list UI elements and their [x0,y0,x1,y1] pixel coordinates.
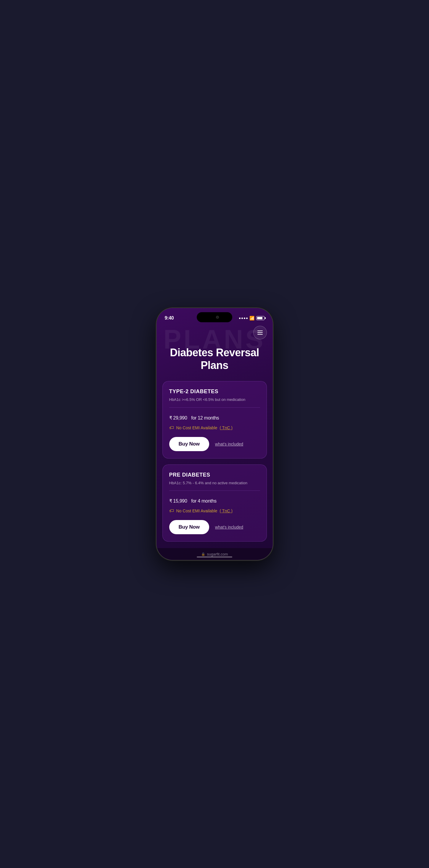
wifi-icon: 📶 [250,316,254,320]
phone-screen: 9:40 📶 PLAN [156,308,273,560]
battery-fill [257,317,263,319]
plan-card-type2: TYPE-2 DIABETES HbA1c >=6.5% OR <6.5% bu… [163,381,267,458]
camera-dot [216,316,219,319]
signal-dot [241,317,243,319]
phone-frame: 9:40 📶 PLAN [156,308,273,560]
plan-price-value-prediabetes: ₹ 15,990 [169,498,187,503]
plan-type-prediabetes: PRE DIABETES [169,472,260,478]
lock-icon: 🔒 [201,552,205,556]
plan-card-prediabetes: PRE DIABETES HbA1c: 5.7% - 6.4% and no a… [163,464,267,541]
plan-duration-type2: for 12 months [191,415,219,421]
home-indicator [197,556,232,558]
plan-price-prediabetes: ₹ 15,990 for 4 months [169,495,260,505]
whats-included-link-type2[interactable]: what's included [215,442,243,446]
signal-dots [239,317,248,319]
menu-button[interactable] [253,326,267,339]
page-title: Diabetes Reversal Plans [163,346,267,372]
whats-included-link-prediabetes[interactable]: what's included [215,525,243,529]
emi-text-type2: No Cost EMI Available [176,426,218,430]
status-icons: 📶 [239,316,264,320]
plan-type-type2: TYPE-2 DIABETES [169,389,260,395]
buy-now-button-type2[interactable]: Buy Now [169,437,209,451]
menu-line-1 [257,331,263,331]
emi-row-prediabetes: 🏷 No Cost EMI Available ( TnC ) [169,508,260,514]
plan-duration-prediabetes: for 4 months [191,498,216,503]
signal-dot [244,317,245,319]
menu-line-2 [257,332,263,333]
emi-text-prediabetes: No Cost EMI Available [176,508,218,513]
buy-now-button-prediabetes[interactable]: Buy Now [169,520,209,534]
domain-text: sugarfit.com [207,552,228,556]
menu-line-3 [257,334,263,335]
signal-dot [239,317,240,319]
plan-desc-type2: HbA1c >=6.5% OR <6.5% but on medication [169,397,260,402]
bottom-bar: 🔒 sugarfit.com [156,548,273,560]
status-bar: 9:40 📶 [156,308,273,324]
signal-dot [246,317,248,319]
emi-row-type2: 🏷 No Cost EMI Available ( TnC ) [169,425,260,430]
plan-price-type2: ₹ 29,990 for 12 months [169,412,260,422]
tnc-link-prediabetes[interactable]: ( TnC ) [220,508,233,513]
dynamic-island [197,312,232,322]
plan-divider-type2 [169,407,260,408]
card-actions-type2: Buy Now what's included [169,437,260,451]
status-time: 9:40 [165,315,174,321]
card-actions-prediabetes: Buy Now what's included [169,520,260,534]
main-content: Diabetes Reversal Plans TYPE-2 DIABETES … [156,324,273,548]
battery-icon [256,316,264,320]
tnc-link-type2[interactable]: ( TnC ) [220,426,233,430]
plan-desc-prediabetes: HbA1c: 5.7% - 6.4% and no active medicat… [169,480,260,486]
plan-price-value-type2: ₹ 29,990 [169,415,187,421]
tag-icon-type2: 🏷 [169,425,174,430]
tag-icon-prediabetes: 🏷 [169,508,174,514]
